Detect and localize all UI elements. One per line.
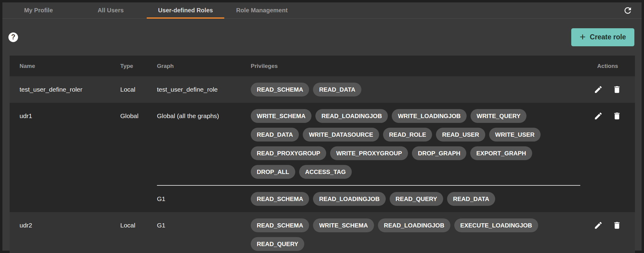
toolbar: ? + Create role	[2, 19, 642, 56]
graph-name: G1	[157, 192, 251, 206]
table-row: udr1GlobalGlobal (all the graphs)WRITE_S…	[10, 103, 635, 212]
user-defined-roles-panel: My Profile All Users User-defined Roles …	[2, 2, 642, 251]
privilege-chip: READ_LOADINGJOB	[313, 192, 385, 206]
column-header-privileges: Privileges	[251, 63, 580, 69]
privilege-chip: WRITE_SCHEMA	[313, 218, 374, 232]
role-name: test_user_define_roler	[10, 76, 120, 103]
column-header-actions: Actions	[580, 63, 635, 69]
trash-icon	[612, 111, 621, 120]
graph-privilege-group: G1READ_SCHEMAWRITE_SCHEMAREAD_LOADINGJOB…	[157, 212, 580, 253]
tab-role-management[interactable]: Role Management	[224, 2, 299, 18]
role-type: Global	[120, 103, 157, 212]
privilege-chip-list: READ_SCHEMAREAD_DATA	[251, 83, 580, 96]
privilege-chip: READ_SCHEMA	[251, 218, 309, 232]
privilege-chip: EXECUTE_LOADINGJOB	[454, 218, 538, 232]
privilege-chip: READ_PROXYGROUP	[251, 146, 326, 160]
graph-privilege-group: Global (all the graphs)WRITE_SCHEMAREAD_…	[157, 103, 580, 185]
pencil-icon	[594, 111, 603, 120]
privilege-chip: READ_LOADINGJOB	[378, 218, 450, 232]
trash-icon	[612, 221, 621, 230]
table-header: Name Type Graph Privileges Actions	[10, 56, 635, 76]
privilege-chip: WRITE_LOADINGJOB	[392, 109, 467, 123]
graph-privilege-groups: test_user_define_roleREAD_SCHEMAREAD_DAT…	[157, 76, 580, 103]
column-header-graph: Graph	[157, 63, 251, 69]
privilege-chip: READ_ROLE	[383, 128, 432, 142]
create-role-button[interactable]: + Create role	[571, 28, 634, 46]
table-row: udr2LocalG1READ_SCHEMAWRITE_SCHEMAREAD_L…	[10, 212, 635, 253]
help-icon[interactable]: ?	[8, 32, 18, 42]
delete-role-button[interactable]	[612, 111, 621, 120]
privilege-chip: READ_DATA	[251, 128, 299, 142]
graph-privilege-group: test_user_define_roleREAD_SCHEMAREAD_DAT…	[157, 76, 580, 103]
graph-name: G1	[157, 218, 251, 251]
row-actions	[580, 103, 635, 212]
privilege-chip: READ_USER	[436, 128, 485, 142]
edit-role-button[interactable]	[594, 221, 603, 230]
privilege-chip: READ_SCHEMA	[251, 192, 309, 206]
table-row: test_user_define_rolerLocaltest_user_def…	[10, 76, 635, 103]
tab-user-defined-roles[interactable]: User-defined Roles	[147, 2, 224, 18]
create-role-label: Create role	[590, 33, 626, 41]
edit-role-button[interactable]	[594, 85, 603, 94]
privilege-chip: DROP_ALL	[251, 165, 295, 179]
privilege-chip: WRITE_SCHEMA	[251, 109, 311, 123]
tab-my-profile[interactable]: My Profile	[2, 2, 75, 18]
privilege-chip: READ_QUERY	[251, 237, 304, 251]
privilege-chip: READ_QUERY	[390, 192, 443, 206]
privilege-chip: WRITE_PROXYGROUP	[330, 146, 408, 160]
privilege-chip: WRITE_DATASOURCE	[303, 128, 379, 142]
role-type: Local	[120, 76, 157, 103]
refresh-icon	[623, 6, 633, 15]
role-type: Local	[120, 212, 157, 253]
tab-bar: My Profile All Users User-defined Roles …	[2, 2, 642, 19]
privilege-chip: READ_DATA	[313, 83, 361, 96]
refresh-button[interactable]	[622, 5, 634, 17]
privilege-chip: DROP_GRAPH	[412, 146, 466, 160]
graph-name: Global (all the graphs)	[157, 109, 251, 179]
edit-role-button[interactable]	[594, 111, 603, 120]
role-name: udr2	[10, 212, 120, 253]
delete-role-button[interactable]	[612, 221, 621, 230]
column-header-name: Name	[10, 63, 120, 69]
pencil-icon	[594, 85, 603, 94]
privilege-chip: WRITE_QUERY	[471, 109, 526, 123]
graph-privilege-groups: G1READ_SCHEMAWRITE_SCHEMAREAD_LOADINGJOB…	[157, 212, 580, 253]
table-body: test_user_define_rolerLocaltest_user_def…	[10, 76, 635, 253]
tab-all-users[interactable]: All Users	[75, 2, 147, 18]
privilege-chip-list: READ_SCHEMAREAD_LOADINGJOBREAD_QUERYREAD…	[251, 192, 580, 206]
privilege-chip: READ_SCHEMA	[251, 83, 309, 96]
row-actions	[580, 76, 635, 103]
trash-icon	[612, 85, 621, 94]
graph-privilege-groups: Global (all the graphs)WRITE_SCHEMAREAD_…	[157, 103, 580, 212]
role-name: udr1	[10, 103, 120, 212]
graph-name: test_user_define_role	[157, 83, 251, 96]
privilege-chip-list: WRITE_SCHEMAREAD_LOADINGJOBWRITE_LOADING…	[251, 109, 580, 179]
privilege-chip: READ_LOADINGJOB	[315, 109, 388, 123]
roles-table: Name Type Graph Privileges Actions test_…	[10, 56, 635, 253]
privilege-chip: WRITE_USER	[489, 128, 541, 142]
column-header-type: Type	[120, 63, 157, 69]
privilege-chip: ACCESS_TAG	[299, 165, 352, 179]
graph-privilege-group: G1READ_SCHEMAREAD_LOADINGJOBREAD_QUERYRE…	[157, 185, 580, 212]
privilege-chip: EXPORT_GRAPH	[470, 146, 532, 160]
privilege-chip-list: READ_SCHEMAWRITE_SCHEMAREAD_LOADINGJOBEX…	[251, 218, 580, 251]
privilege-chip: READ_DATA	[447, 192, 495, 206]
plus-icon: +	[580, 32, 586, 42]
delete-role-button[interactable]	[612, 85, 621, 94]
pencil-icon	[594, 221, 603, 230]
row-actions	[580, 212, 635, 253]
